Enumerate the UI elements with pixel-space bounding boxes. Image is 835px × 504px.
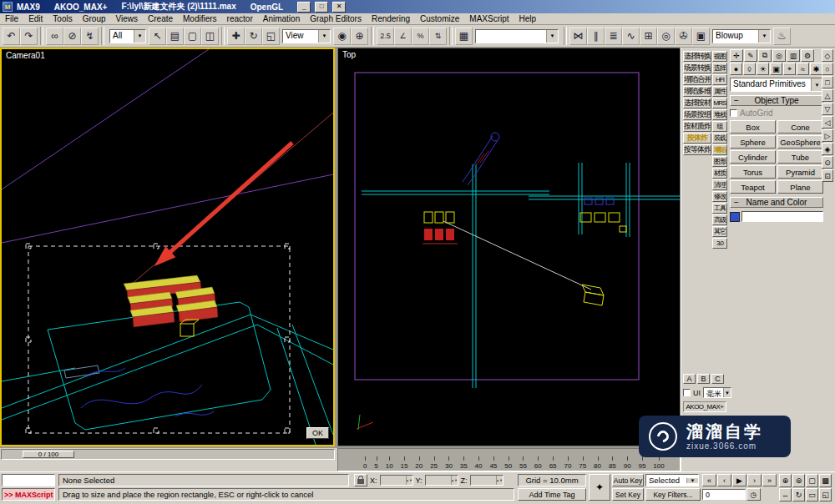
- plugin-button[interactable]: 选择转换: [683, 51, 711, 62]
- redo-icon[interactable]: ↷: [20, 28, 38, 45]
- plugin-button[interactable]: 塌陷: [712, 144, 727, 155]
- plugin-button[interactable]: 高级: [712, 214, 727, 225]
- plugin-button[interactable]: 塌陷多维: [683, 86, 711, 97]
- object-type-button[interactable]: Teapot: [730, 180, 776, 194]
- add-time-tag-button[interactable]: Add Time Tag: [518, 488, 586, 501]
- menu-item[interactable]: Views: [111, 13, 144, 24]
- menu-item[interactable]: reactor: [222, 13, 258, 24]
- autogrid-checkbox[interactable]: [730, 109, 737, 117]
- snap-toggle-2-5-icon[interactable]: 2.5: [377, 28, 394, 45]
- camera-viewport[interactable]: Camera01: [0, 48, 335, 446]
- plugin-button[interactable]: MRS: [712, 98, 727, 108]
- menu-item[interactable]: Create: [143, 13, 178, 24]
- menu-item[interactable]: MAXScript: [464, 13, 514, 24]
- shapes-category-icon[interactable]: ◊: [743, 63, 756, 75]
- object-type-button[interactable]: Pyramid: [777, 165, 823, 179]
- top-viewport-canvas[interactable]: [338, 48, 680, 446]
- percent-snap-icon[interactable]: %: [412, 28, 429, 45]
- render-setup-icon[interactable]: ✇: [675, 28, 692, 45]
- vstrip-icon-7[interactable]: ▷: [822, 129, 833, 142]
- ok-button[interactable]: OK: [306, 427, 329, 439]
- vstrip-icon-3[interactable]: □: [822, 76, 833, 88]
- y-field[interactable]: ▲▼: [425, 475, 458, 486]
- go-to-end-button[interactable]: »: [762, 474, 777, 486]
- reference-coordinate-dropdown[interactable]: View: [282, 29, 331, 43]
- quick-render-icon[interactable]: ♨: [773, 28, 791, 45]
- unlink-selection-icon[interactable]: ⊘: [63, 28, 81, 45]
- previous-frame-button[interactable]: ‹: [717, 474, 731, 486]
- plugin-button[interactable]: 装载: [712, 133, 727, 144]
- play-button[interactable]: ▶: [732, 474, 746, 486]
- select-object-icon[interactable]: ↖: [149, 28, 166, 45]
- mirror-icon[interactable]: ⋈: [569, 28, 587, 45]
- vstrip-icon-10[interactable]: ⊡: [822, 169, 833, 182]
- menu-item[interactable]: Modifiers: [178, 13, 222, 24]
- spinner-icon[interactable]: ▲▼: [406, 476, 412, 485]
- select-and-rotate-icon[interactable]: ↻: [245, 28, 262, 45]
- time-slider-track[interactable]: 0 / 100: [1, 449, 335, 460]
- vstrip-icon-9[interactable]: ⊙: [822, 156, 833, 169]
- object-color-swatch[interactable]: [730, 212, 740, 222]
- key-filters-button[interactable]: Key Filters...: [645, 488, 701, 501]
- plugin-button[interactable]: 视图: [712, 51, 727, 62]
- select-and-link-icon[interactable]: ∞: [46, 28, 63, 45]
- plugin-button[interactable]: 按等体炸: [683, 144, 711, 155]
- align-icon[interactable]: ∥: [587, 28, 605, 45]
- rectangular-selection-region-icon[interactable]: ▢: [184, 28, 201, 45]
- vstrip-icon-1[interactable]: ◇: [822, 49, 833, 62]
- menu-item[interactable]: Customize: [415, 13, 464, 24]
- systems-category-icon[interactable]: ✱: [810, 63, 822, 75]
- vstrip-icon-4[interactable]: △: [822, 89, 833, 102]
- plugin-button[interactable]: 属性: [712, 86, 727, 97]
- camera-viewport-canvas[interactable]: [2, 49, 333, 445]
- modify-tab-icon[interactable]: ✎: [744, 49, 757, 62]
- menu-item[interactable]: Group: [78, 13, 111, 24]
- go-to-start-button[interactable]: «: [702, 474, 716, 486]
- hierarchy-tab-icon[interactable]: ⧉: [758, 49, 772, 62]
- time-slider-handle[interactable]: 0 / 100: [23, 451, 74, 458]
- object-type-button[interactable]: Cone: [777, 120, 823, 134]
- object-name-field[interactable]: [741, 211, 823, 222]
- object-type-button[interactable]: Cylinder: [730, 150, 776, 164]
- name-color-rollout[interactable]: − Name and Color: [730, 197, 823, 208]
- material-editor-icon[interactable]: ◎: [657, 28, 675, 45]
- object-type-button[interactable]: Tube: [777, 150, 823, 164]
- vstrip-icon-5[interactable]: ▽: [822, 103, 833, 115]
- zoom-icon[interactable]: ⊕: [779, 474, 792, 487]
- plugin-button[interactable]: 其它: [712, 226, 727, 237]
- bind-to-space-warp-icon[interactable]: ↯: [81, 28, 99, 45]
- select-and-move-icon[interactable]: ✚: [227, 28, 245, 45]
- x-field[interactable]: ▲▼: [380, 475, 413, 486]
- track-bar[interactable]: 0510152025303540455055606570758085909510…: [337, 448, 681, 471]
- maximize-button[interactable]: □: [315, 2, 328, 13]
- time-configuration-button[interactable]: ◷: [746, 488, 761, 501]
- key-mode-dropdown[interactable]: Selected: [645, 474, 699, 486]
- render-last-icon[interactable]: ▣: [692, 28, 710, 45]
- named-selection-dropdown[interactable]: [475, 29, 559, 43]
- units-dropdown[interactable]: 毫米: [703, 387, 731, 398]
- lights-category-icon[interactable]: ☀: [757, 63, 769, 75]
- menu-item[interactable]: Rendering: [367, 13, 415, 24]
- space-warps-category-icon[interactable]: ≈: [797, 63, 809, 75]
- auto-key-button[interactable]: Auto Key: [612, 474, 644, 486]
- vstrip-icon-6[interactable]: ◁: [822, 116, 833, 129]
- object-class-dropdown[interactable]: Standard Primitives: [730, 78, 823, 92]
- plugin-button[interactable]: 图形: [712, 156, 727, 167]
- top-viewport[interactable]: Top: [337, 48, 681, 446]
- vstrip-icon-8[interactable]: ◈: [822, 143, 833, 155]
- selection-filter-dropdown[interactable]: All: [109, 29, 146, 43]
- plugin-button[interactable]: 按材质炸: [683, 121, 711, 132]
- display-tab-icon[interactable]: ▥: [787, 49, 800, 62]
- next-frame-button[interactable]: ›: [747, 474, 762, 486]
- helpers-category-icon[interactable]: ⌖: [783, 63, 796, 75]
- motion-tab-icon[interactable]: ◎: [772, 49, 786, 62]
- plugin-abc-button[interactable]: B: [697, 374, 710, 384]
- render-type-dropdown[interactable]: Blowup: [712, 29, 771, 43]
- object-type-button[interactable]: Torus: [730, 165, 776, 179]
- window-crossing-icon[interactable]: ◫: [201, 28, 219, 45]
- zoom-extents-all-icon[interactable]: ▩: [819, 474, 832, 487]
- zoom-extents-icon[interactable]: ▢: [806, 474, 818, 487]
- spinner-icon[interactable]: ▲▼: [496, 476, 503, 485]
- set-key-button[interactable]: Set Key: [612, 488, 644, 501]
- curve-editor-icon[interactable]: ∿: [622, 28, 640, 45]
